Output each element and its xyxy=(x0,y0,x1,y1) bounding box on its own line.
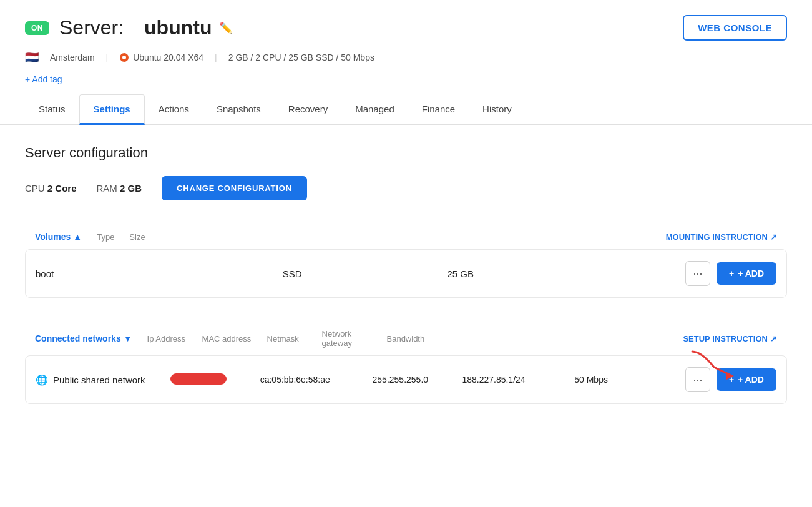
web-console-button[interactable]: WEB CONSOLE xyxy=(683,15,787,41)
volumes-type-header: Type xyxy=(97,232,114,242)
volume-size: 25 GB xyxy=(447,268,612,279)
config-row: CPU 2 Core RAM 2 GB CHANGE CONFIGURATION xyxy=(25,176,787,200)
status-badge: ON xyxy=(25,21,49,35)
external-link-icon: ↗ xyxy=(770,232,777,242)
volume-row: boot SSD 25 GB ··· + + ADD xyxy=(25,249,787,298)
mounting-instruction-link[interactable]: MOUNTING INSTRUCTION ↗ xyxy=(666,232,777,242)
tab-snapshots[interactable]: Snapshots xyxy=(203,94,275,125)
network-add-label: + ADD xyxy=(738,375,764,385)
volumes-size-header: Size xyxy=(129,232,145,242)
settings-content: Server configuration CPU 2 Core RAM 2 GB… xyxy=(0,125,812,449)
tab-bar: Status Settings Actions Snapshots Recove… xyxy=(0,94,812,125)
header-left: ON Server: ubuntu ✏️ xyxy=(25,16,233,39)
network-bandwidth: 50 Mbps xyxy=(574,375,664,385)
location-label: Amsterdam xyxy=(50,52,95,62)
setup-external-link-icon: ↗ xyxy=(770,334,777,343)
tab-history[interactable]: History xyxy=(469,94,526,125)
network-netmask: 255.255.255.0 xyxy=(373,375,462,385)
volume-more-options-button[interactable]: ··· xyxy=(685,261,710,286)
networks-ip-header: Ip Address xyxy=(147,334,187,343)
network-gateway: 188.227.85.1/24 xyxy=(462,375,574,385)
volumes-title[interactable]: Volumes ▲ xyxy=(35,232,82,242)
networks-left: Connected networks ▼ Ip Address MAC addr… xyxy=(35,329,426,348)
svg-point-1 xyxy=(122,56,126,59)
mounting-link-label: MOUNTING INSTRUCTION xyxy=(666,232,768,242)
page-header: ON Server: ubuntu ✏️ WEB CONSOLE xyxy=(0,0,812,48)
add-label: + ADD xyxy=(738,268,764,278)
ram-info: RAM 2 GB xyxy=(97,183,142,194)
os-label: Ubuntu 20.04 X64 xyxy=(133,52,203,62)
volume-name: boot xyxy=(36,268,283,279)
ubuntu-icon xyxy=(119,52,129,62)
ram-label: RAM xyxy=(97,183,117,194)
networks-netmask-header: Netmask xyxy=(267,334,307,343)
volumes-title-label: Volumes xyxy=(35,232,71,242)
volumes-section: Volumes ▲ Type Size MOUNTING INSTRUCTION… xyxy=(25,225,787,298)
networks-title[interactable]: Connected networks ▼ xyxy=(35,333,132,343)
location-flag: 🇳🇱 xyxy=(25,51,39,64)
setup-instruction-link[interactable]: SETUP INSTRUCTION ↗ xyxy=(683,334,777,343)
setup-link-label: SETUP INSTRUCTION xyxy=(683,334,768,343)
server-name: ubuntu xyxy=(144,16,212,39)
ip-redacted xyxy=(170,373,227,385)
volume-type: SSD xyxy=(283,268,448,279)
arrow-indicator xyxy=(689,348,739,381)
plus-icon: + xyxy=(729,268,734,278)
tab-actions[interactable]: Actions xyxy=(145,94,203,125)
volumes-header: Volumes ▲ Type Size MOUNTING INSTRUCTION… xyxy=(25,225,787,245)
network-ip xyxy=(170,373,260,386)
cpu-info: CPU 2 Core xyxy=(25,183,77,194)
tab-status[interactable]: Status xyxy=(25,94,79,125)
edit-icon[interactable]: ✏️ xyxy=(219,21,233,35)
network-row: 🌐 Public shared network ca:05:bb:6e:58:a… xyxy=(25,355,787,404)
networks-gateway-header: Network gateway xyxy=(322,329,372,348)
network-mac: ca:05:bb:6e:58:ae xyxy=(260,375,373,385)
tab-recovery[interactable]: Recovery xyxy=(275,94,341,125)
tab-finance[interactable]: Finance xyxy=(408,94,469,125)
section-title: Server configuration xyxy=(25,145,787,161)
cpu-value: 2 Core xyxy=(47,183,77,194)
add-tag-button[interactable]: + Add tag xyxy=(25,74,62,84)
volume-actions: ··· + + ADD xyxy=(612,261,776,286)
network-name: 🌐 Public shared network xyxy=(36,374,170,386)
networks-header: Connected networks ▼ Ip Address MAC addr… xyxy=(25,323,787,352)
specs-label: 2 GB / 2 CPU / 25 GB SSD / 50 Mbps xyxy=(228,52,374,62)
server-title: Server: ubuntu ✏️ xyxy=(59,16,233,39)
globe-icon: 🌐 xyxy=(36,374,48,386)
change-configuration-button[interactable]: CHANGE CONFIGURATION xyxy=(162,176,307,200)
server-label: Server: xyxy=(59,16,124,39)
server-meta: 🇳🇱 Amsterdam | Ubuntu 20.04 X64 | 2 GB /… xyxy=(0,48,812,69)
os-info: Ubuntu 20.04 X64 xyxy=(119,52,203,62)
svg-marker-2 xyxy=(726,372,734,380)
volume-add-button[interactable]: + + ADD xyxy=(717,262,776,285)
add-tag-section: + Add tag xyxy=(0,69,812,94)
cpu-label: CPU xyxy=(25,183,45,194)
network-name-label: Public shared network xyxy=(53,375,145,385)
tab-managed[interactable]: Managed xyxy=(341,94,408,125)
volumes-left: Volumes ▲ Type Size xyxy=(35,232,145,242)
networks-title-label: Connected networks xyxy=(35,333,121,343)
ram-value: 2 GB xyxy=(120,183,142,194)
sort-up-icon: ▲ xyxy=(73,232,82,242)
dropdown-icon: ▼ xyxy=(124,333,132,343)
networks-mac-header: MAC address xyxy=(202,334,252,343)
tab-settings[interactable]: Settings xyxy=(79,94,145,125)
networks-bandwidth-header: Bandwidth xyxy=(387,334,427,343)
networks-section: Connected networks ▼ Ip Address MAC addr… xyxy=(25,323,787,404)
network-actions: ··· + + ADD xyxy=(664,367,776,392)
